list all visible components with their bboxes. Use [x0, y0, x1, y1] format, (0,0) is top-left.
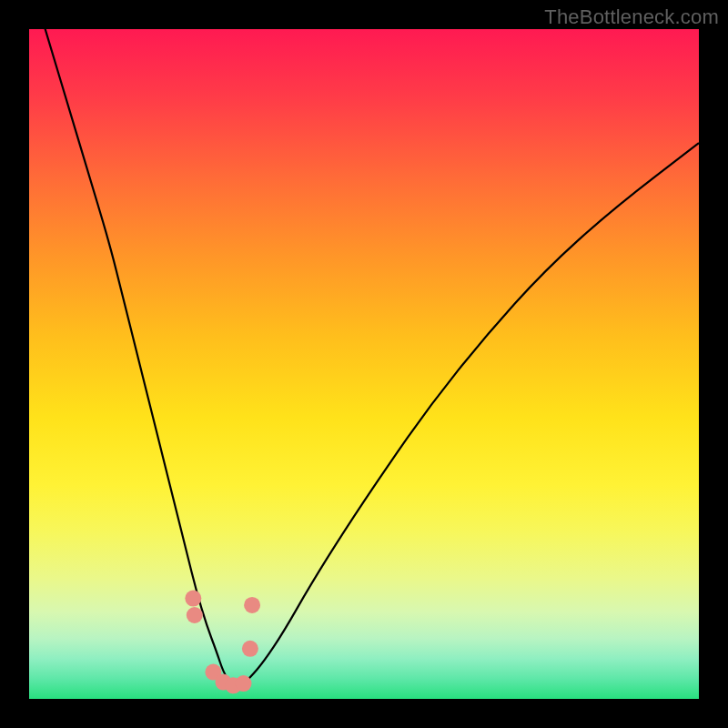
curve-marker: [242, 641, 258, 657]
watermark-text: TheBottleneck.com: [544, 5, 719, 29]
chart-overlay: [29, 29, 699, 699]
chart-frame: TheBottleneck.com: [0, 0, 728, 728]
curve-marker: [244, 597, 260, 613]
bottleneck-curve: [29, 0, 699, 685]
plot-area: [29, 29, 699, 699]
curve-marker: [187, 607, 203, 623]
curve-marker: [236, 675, 252, 692]
curve-markers: [185, 591, 260, 694]
curve-marker: [185, 591, 201, 607]
